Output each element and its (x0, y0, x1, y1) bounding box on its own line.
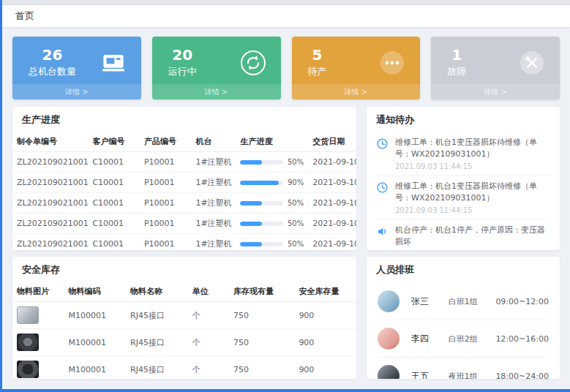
detail-link[interactable]: 详情 > (152, 84, 281, 99)
col-header: 产品编号 (140, 132, 192, 152)
notice-text: 机台停产：机台1停产，停产原因：变压器损坏 (395, 225, 550, 248)
notice-item[interactable]: 维修工单：机台1变压器损坏待维修（单号：WX202109031001） 2021… (376, 132, 550, 176)
stat-info: 26 总机台数量 (29, 47, 76, 78)
machine: 1#注塑机 (191, 234, 236, 251)
delivery-date: 2021-09-10 (308, 173, 356, 193)
customer-no: C10001 (88, 193, 140, 214)
running-icon (239, 48, 268, 78)
notice-item[interactable]: 机台停产：机台1停产，停产原因：变压器损坏 2021.09.03 11:44:1… (376, 219, 550, 250)
machine: 1#注塑机 (191, 173, 236, 193)
machine-icon (99, 48, 128, 78)
unit: 个 (188, 329, 229, 356)
notice-text: 维修工单：机台1变压器损坏待维修（单号：WX202109031001） (395, 181, 550, 204)
person-name: 李四 (411, 333, 449, 345)
production-progress-panel: 生产进度 制令单编号 客户编号 产品编号 机台 生产进度 交货日期 (12, 107, 356, 250)
table-row: ZL202109021001 C10001 P10001 1#注塑机 50% 2… (12, 193, 356, 214)
production-table: 制令单编号 客户编号 产品编号 机台 生产进度 交货日期 ZL202109021… (12, 132, 356, 250)
stock-qty: 750 (229, 302, 294, 329)
col-header: 客户编号 (88, 132, 140, 152)
panel-title: 通知待办 (367, 107, 560, 132)
customer-no: C10001 (88, 234, 140, 251)
product-no: P10001 (140, 193, 192, 214)
person-name: 张三 (411, 295, 449, 308)
customer-no: C10001 (88, 173, 140, 193)
stat-card-running[interactable]: 20 运行中 详情 > (152, 37, 281, 99)
order-no: ZL202109021001 (12, 193, 88, 214)
machine: 1#注塑机 (191, 193, 236, 214)
progress-bar: 50% (240, 219, 304, 227)
announcement-speaker-icon (376, 225, 389, 250)
detail-link[interactable]: 详情 > (431, 84, 560, 99)
product-no: P10001 (140, 234, 192, 251)
order-no: ZL202109021001 (12, 234, 88, 251)
stat-cards-row: 26 总机台数量 详情 > (12, 37, 560, 99)
order-no: ZL202109021001 (12, 173, 88, 193)
col-header: 物料编码 (64, 282, 127, 302)
schedule-row: 王五 夜班1组 18:00~24:00 (378, 358, 549, 379)
table-header-row: 物料图片 物料编码 物料名称 单位 库存现有量 安全库存量 (12, 282, 356, 302)
col-header: 机台 (191, 132, 236, 152)
table-row: M100001 RJ45接口 个 750 900 (12, 329, 356, 356)
window-top-strip (2, 0, 570, 5)
material-image (17, 361, 39, 378)
col-header: 物料图片 (12, 282, 64, 302)
panel-title: 生产进度 (12, 107, 356, 132)
schedule-row: 张三 白班1组 09:00~12:00 (378, 283, 549, 320)
notice-text: 维修工单：机台1变压器损坏待维修（单号：WX202109031001） (395, 137, 550, 160)
progress-percent: 50% (288, 240, 304, 248)
stat-card-total-machines[interactable]: 26 总机台数量 详情 > (12, 37, 141, 99)
table-row: ZL202109021001 C10001 P10001 1#注塑机 90% 2… (12, 173, 356, 193)
tab-home[interactable]: 首页 (15, 10, 34, 23)
material-name: RJ45接口 (126, 302, 188, 329)
shift-label: 夜班1组 (449, 371, 496, 380)
stat-info: 1 故障 (447, 47, 466, 78)
safe-qty: 900 (294, 302, 356, 329)
shift-time: 18:00~24:00 (495, 372, 549, 380)
schedule-row: 李四 白班2组 12:00~16:00 (378, 320, 549, 358)
progress-percent: 50% (288, 219, 304, 227)
safety-stock-panel: 安全库存 物料图片 物料编码 物料名称 单位 库存现有量 安全库存量 (12, 257, 356, 379)
schedule-list: 张三 白班1组 09:00~12:00 李四 白班2组 12:00~16:00 … (367, 282, 560, 379)
delivery-date: 2021-09-10 (308, 152, 356, 173)
progress-percent: 50% (288, 158, 304, 166)
col-header: 生产进度 (236, 132, 308, 152)
material-image (17, 306, 39, 324)
progress-bar: 50% (240, 240, 304, 248)
stat-label: 待产 (308, 65, 327, 78)
stock-table: 物料图片 物料编码 物料名称 单位 库存现有量 安全库存量 M100001 R (12, 282, 356, 379)
notices-panel: 通知待办 维修工单：机台1变压器损坏待维修（单号：WX202109031001）… (367, 107, 560, 250)
shift-time: 12:00~16:00 (495, 334, 549, 344)
product-no: P10001 (140, 173, 192, 193)
work-order-clock-icon (376, 137, 389, 170)
page-header: 首页 (2, 5, 570, 28)
col-header: 库存现有量 (229, 282, 294, 302)
stat-label: 运行中 (168, 65, 197, 78)
stat-card-pending[interactable]: 5 待产 详情 > (292, 37, 421, 99)
table-row: ZL202109021001 C10001 P10001 1#注塑机 50% 2… (12, 234, 356, 251)
table-row: ZL202109021001 C10001 P10001 1#注塑机 50% 2… (12, 214, 356, 234)
col-header: 制令单编号 (12, 132, 88, 152)
machine: 1#注塑机 (191, 152, 236, 173)
machine: 1#注塑机 (191, 214, 236, 234)
stat-value: 1 (447, 47, 466, 64)
delivery-date: 2021-09-10 (308, 214, 356, 234)
notice-item[interactable]: 维修工单：机台1变压器损坏待维修（单号：WX202109031001） 2021… (376, 176, 550, 219)
notice-time: 2021.09.03 11:44:15 (395, 206, 550, 214)
customer-no: C10001 (88, 214, 140, 234)
stat-card-fault[interactable]: 1 故障 详情 > (431, 37, 560, 99)
unit: 个 (188, 302, 229, 329)
progress-bar: 90% (240, 178, 304, 186)
detail-link[interactable]: 详情 > (292, 84, 421, 99)
product-no: P10001 (140, 152, 192, 173)
material-image (17, 333, 39, 351)
table-row: M100001 RJ45接口 个 750 900 (12, 302, 356, 329)
progress-bar: 50% (240, 199, 304, 207)
detail-link[interactable]: 详情 > (12, 84, 141, 99)
material-code: M100001 (64, 356, 127, 380)
panel-title: 安全库存 (12, 257, 356, 282)
stat-label: 总机台数量 (29, 65, 76, 78)
person-name: 王五 (411, 370, 449, 380)
order-no: ZL202109021001 (12, 214, 88, 234)
shift-label: 白班2组 (449, 333, 496, 344)
dashboard-screen: 首页 26 总机台数量 (0, 0, 570, 392)
